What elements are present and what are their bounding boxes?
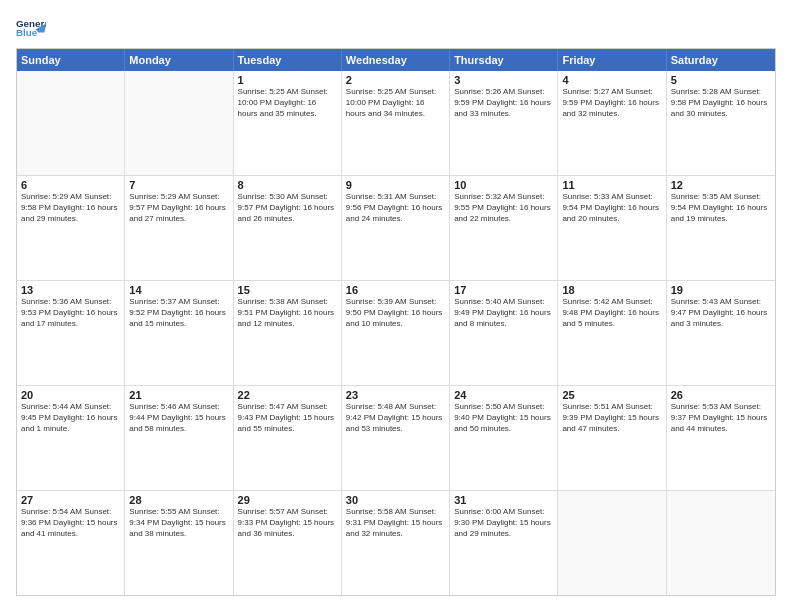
header-monday: Monday: [125, 49, 233, 71]
day-cell-12: 12Sunrise: 5:35 AM Sunset: 9:54 PM Dayli…: [667, 176, 775, 280]
day-number: 16: [346, 284, 445, 296]
day-cell-9: 9Sunrise: 5:31 AM Sunset: 9:56 PM Daylig…: [342, 176, 450, 280]
svg-text:Blue: Blue: [16, 27, 38, 38]
calendar-week-3: 13Sunrise: 5:36 AM Sunset: 9:53 PM Dayli…: [17, 281, 775, 386]
day-cell-10: 10Sunrise: 5:32 AM Sunset: 9:55 PM Dayli…: [450, 176, 558, 280]
day-cell-22: 22Sunrise: 5:47 AM Sunset: 9:43 PM Dayli…: [234, 386, 342, 490]
day-number: 22: [238, 389, 337, 401]
day-number: 21: [129, 389, 228, 401]
day-cell-18: 18Sunrise: 5:42 AM Sunset: 9:48 PM Dayli…: [558, 281, 666, 385]
day-cell-21: 21Sunrise: 5:46 AM Sunset: 9:44 PM Dayli…: [125, 386, 233, 490]
day-number: 3: [454, 74, 553, 86]
day-detail: Sunrise: 5:25 AM Sunset: 10:00 PM Daylig…: [238, 87, 337, 119]
day-cell-15: 15Sunrise: 5:38 AM Sunset: 9:51 PM Dayli…: [234, 281, 342, 385]
day-number: 19: [671, 284, 771, 296]
day-number: 8: [238, 179, 337, 191]
calendar: Sunday Monday Tuesday Wednesday Thursday…: [16, 48, 776, 596]
day-number: 11: [562, 179, 661, 191]
day-detail: Sunrise: 5:28 AM Sunset: 9:58 PM Dayligh…: [671, 87, 771, 119]
day-number: 18: [562, 284, 661, 296]
day-detail: Sunrise: 5:29 AM Sunset: 9:58 PM Dayligh…: [21, 192, 120, 224]
day-number: 2: [346, 74, 445, 86]
empty-cell: [558, 491, 666, 595]
calendar-header: Sunday Monday Tuesday Wednesday Thursday…: [17, 49, 775, 71]
day-cell-1: 1Sunrise: 5:25 AM Sunset: 10:00 PM Dayli…: [234, 71, 342, 175]
day-detail: Sunrise: 5:53 AM Sunset: 9:37 PM Dayligh…: [671, 402, 771, 434]
day-number: 4: [562, 74, 661, 86]
day-detail: Sunrise: 5:37 AM Sunset: 9:52 PM Dayligh…: [129, 297, 228, 329]
day-cell-27: 27Sunrise: 5:54 AM Sunset: 9:36 PM Dayli…: [17, 491, 125, 595]
day-detail: Sunrise: 5:46 AM Sunset: 9:44 PM Dayligh…: [129, 402, 228, 434]
day-cell-3: 3Sunrise: 5:26 AM Sunset: 9:59 PM Daylig…: [450, 71, 558, 175]
day-number: 6: [21, 179, 120, 191]
day-cell-6: 6Sunrise: 5:29 AM Sunset: 9:58 PM Daylig…: [17, 176, 125, 280]
day-detail: Sunrise: 5:25 AM Sunset: 10:00 PM Daylig…: [346, 87, 445, 119]
day-number: 1: [238, 74, 337, 86]
day-cell-4: 4Sunrise: 5:27 AM Sunset: 9:59 PM Daylig…: [558, 71, 666, 175]
day-cell-29: 29Sunrise: 5:57 AM Sunset: 9:33 PM Dayli…: [234, 491, 342, 595]
header-thursday: Thursday: [450, 49, 558, 71]
calendar-week-2: 6Sunrise: 5:29 AM Sunset: 9:58 PM Daylig…: [17, 176, 775, 281]
day-cell-16: 16Sunrise: 5:39 AM Sunset: 9:50 PM Dayli…: [342, 281, 450, 385]
day-cell-26: 26Sunrise: 5:53 AM Sunset: 9:37 PM Dayli…: [667, 386, 775, 490]
header-wednesday: Wednesday: [342, 49, 450, 71]
calendar-week-1: 1Sunrise: 5:25 AM Sunset: 10:00 PM Dayli…: [17, 71, 775, 176]
header-friday: Friday: [558, 49, 666, 71]
day-detail: Sunrise: 5:35 AM Sunset: 9:54 PM Dayligh…: [671, 192, 771, 224]
day-cell-19: 19Sunrise: 5:43 AM Sunset: 9:47 PM Dayli…: [667, 281, 775, 385]
day-cell-7: 7Sunrise: 5:29 AM Sunset: 9:57 PM Daylig…: [125, 176, 233, 280]
day-number: 17: [454, 284, 553, 296]
day-detail: Sunrise: 5:36 AM Sunset: 9:53 PM Dayligh…: [21, 297, 120, 329]
day-detail: Sunrise: 5:43 AM Sunset: 9:47 PM Dayligh…: [671, 297, 771, 329]
header-tuesday: Tuesday: [234, 49, 342, 71]
empty-cell: [125, 71, 233, 175]
day-detail: Sunrise: 5:54 AM Sunset: 9:36 PM Dayligh…: [21, 507, 120, 539]
day-number: 26: [671, 389, 771, 401]
day-cell-13: 13Sunrise: 5:36 AM Sunset: 9:53 PM Dayli…: [17, 281, 125, 385]
day-number: 13: [21, 284, 120, 296]
day-cell-30: 30Sunrise: 5:58 AM Sunset: 9:31 PM Dayli…: [342, 491, 450, 595]
day-detail: Sunrise: 5:38 AM Sunset: 9:51 PM Dayligh…: [238, 297, 337, 329]
day-cell-14: 14Sunrise: 5:37 AM Sunset: 9:52 PM Dayli…: [125, 281, 233, 385]
day-detail: Sunrise: 5:50 AM Sunset: 9:40 PM Dayligh…: [454, 402, 553, 434]
day-detail: Sunrise: 5:30 AM Sunset: 9:57 PM Dayligh…: [238, 192, 337, 224]
day-number: 14: [129, 284, 228, 296]
day-detail: Sunrise: 5:26 AM Sunset: 9:59 PM Dayligh…: [454, 87, 553, 119]
page: General Blue Sunday Monday Tuesday Wedne…: [0, 0, 792, 612]
calendar-week-4: 20Sunrise: 5:44 AM Sunset: 9:45 PM Dayli…: [17, 386, 775, 491]
logo-icon: General Blue: [16, 16, 46, 40]
day-detail: Sunrise: 5:29 AM Sunset: 9:57 PM Dayligh…: [129, 192, 228, 224]
calendar-body: 1Sunrise: 5:25 AM Sunset: 10:00 PM Dayli…: [17, 71, 775, 595]
day-cell-2: 2Sunrise: 5:25 AM Sunset: 10:00 PM Dayli…: [342, 71, 450, 175]
day-detail: Sunrise: 5:44 AM Sunset: 9:45 PM Dayligh…: [21, 402, 120, 434]
day-detail: Sunrise: 5:39 AM Sunset: 9:50 PM Dayligh…: [346, 297, 445, 329]
day-number: 7: [129, 179, 228, 191]
header-saturday: Saturday: [667, 49, 775, 71]
day-cell-31: 31Sunrise: 6:00 AM Sunset: 9:30 PM Dayli…: [450, 491, 558, 595]
day-number: 10: [454, 179, 553, 191]
day-cell-8: 8Sunrise: 5:30 AM Sunset: 9:57 PM Daylig…: [234, 176, 342, 280]
day-number: 24: [454, 389, 553, 401]
day-detail: Sunrise: 5:31 AM Sunset: 9:56 PM Dayligh…: [346, 192, 445, 224]
day-number: 28: [129, 494, 228, 506]
day-cell-17: 17Sunrise: 5:40 AM Sunset: 9:49 PM Dayli…: [450, 281, 558, 385]
day-detail: Sunrise: 6:00 AM Sunset: 9:30 PM Dayligh…: [454, 507, 553, 539]
day-detail: Sunrise: 5:27 AM Sunset: 9:59 PM Dayligh…: [562, 87, 661, 119]
day-detail: Sunrise: 5:57 AM Sunset: 9:33 PM Dayligh…: [238, 507, 337, 539]
day-number: 5: [671, 74, 771, 86]
day-number: 30: [346, 494, 445, 506]
calendar-week-5: 27Sunrise: 5:54 AM Sunset: 9:36 PM Dayli…: [17, 491, 775, 595]
day-detail: Sunrise: 5:42 AM Sunset: 9:48 PM Dayligh…: [562, 297, 661, 329]
day-detail: Sunrise: 5:58 AM Sunset: 9:31 PM Dayligh…: [346, 507, 445, 539]
day-detail: Sunrise: 5:33 AM Sunset: 9:54 PM Dayligh…: [562, 192, 661, 224]
day-detail: Sunrise: 5:51 AM Sunset: 9:39 PM Dayligh…: [562, 402, 661, 434]
day-number: 12: [671, 179, 771, 191]
day-cell-25: 25Sunrise: 5:51 AM Sunset: 9:39 PM Dayli…: [558, 386, 666, 490]
day-detail: Sunrise: 5:32 AM Sunset: 9:55 PM Dayligh…: [454, 192, 553, 224]
day-cell-11: 11Sunrise: 5:33 AM Sunset: 9:54 PM Dayli…: [558, 176, 666, 280]
header-sunday: Sunday: [17, 49, 125, 71]
day-number: 15: [238, 284, 337, 296]
day-number: 23: [346, 389, 445, 401]
day-detail: Sunrise: 5:55 AM Sunset: 9:34 PM Dayligh…: [129, 507, 228, 539]
day-detail: Sunrise: 5:40 AM Sunset: 9:49 PM Dayligh…: [454, 297, 553, 329]
